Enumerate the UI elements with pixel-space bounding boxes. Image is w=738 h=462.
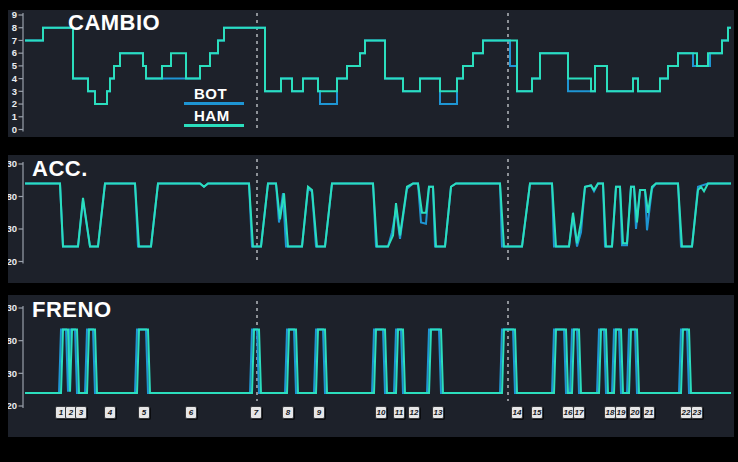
corner-marker: 21 (643, 406, 655, 419)
legend-color-bar-ham (184, 124, 244, 127)
gear-panel-title: CAMBIO (68, 10, 160, 36)
y-tick-label: -20 (8, 256, 17, 267)
gear-panel: 9876543210 CAMBIO BOT HAM (8, 10, 734, 137)
corner-marker: 13 (432, 406, 444, 419)
y-tick-label: 2 (12, 98, 17, 109)
corner-marker: 3 (75, 406, 87, 419)
legend-label-ham: HAM (184, 108, 244, 124)
ham-acc-trace (25, 184, 731, 247)
corner-marker: 11 (393, 406, 405, 419)
y-tick-label: 8 (12, 22, 17, 33)
legend-color-bar-bot (184, 102, 244, 105)
corner-marker: 5 (138, 406, 150, 419)
corner-marker: 10 (375, 406, 387, 419)
throttle-panel-title: ACC. (32, 156, 88, 182)
corner-marker: 12 (408, 406, 420, 419)
corner-marker: 6 (185, 406, 197, 419)
corner-marker: 20 (629, 406, 641, 419)
corner-marker: 9 (313, 406, 325, 419)
corner-marker: 15 (531, 406, 543, 419)
legend-item-ham: HAM (184, 108, 244, 127)
y-tick-label: 7 (12, 35, 17, 46)
y-tick-label: 3 (12, 86, 17, 97)
y-tick-label: 6 (12, 47, 17, 58)
corner-marker: 4 (104, 406, 116, 419)
throttle-plot: 1308030-20 (8, 155, 734, 283)
corner-marker: 19 (615, 406, 627, 419)
ham-cambio-trace (25, 28, 731, 104)
y-tick-label: 1 (12, 111, 18, 122)
legend-label-bot: BOT (184, 86, 244, 102)
throttle-panel: 1308030-20 ACC. (8, 155, 734, 283)
bot-acc-trace (25, 184, 731, 247)
legend-item-bot: BOT (184, 86, 244, 105)
corner-marker: 8 (282, 406, 294, 419)
corner-marker: 7 (250, 406, 262, 419)
legend: BOT HAM (184, 86, 244, 130)
corner-marker-row: 1234567891011121314151617181920212223 (8, 295, 734, 437)
telemetry-graphic: { "page": { "background": "#000000", "pa… (0, 0, 738, 462)
corner-marker: 23 (691, 406, 703, 419)
y-tick-label: 5 (12, 60, 18, 71)
brake-panel: 1308030-20 FRENO 12345678910111213141516… (8, 295, 734, 437)
y-tick-label: 80 (8, 191, 17, 202)
y-tick-label: 130 (8, 158, 17, 169)
y-tick-label: 4 (12, 73, 18, 84)
y-tick-label: 9 (12, 10, 17, 20)
y-tick-label: 0 (12, 124, 17, 135)
bot-cambio-trace (25, 28, 731, 104)
y-tick-label: 30 (8, 223, 17, 234)
corner-marker: 14 (511, 406, 523, 419)
corner-marker: 17 (573, 406, 585, 419)
